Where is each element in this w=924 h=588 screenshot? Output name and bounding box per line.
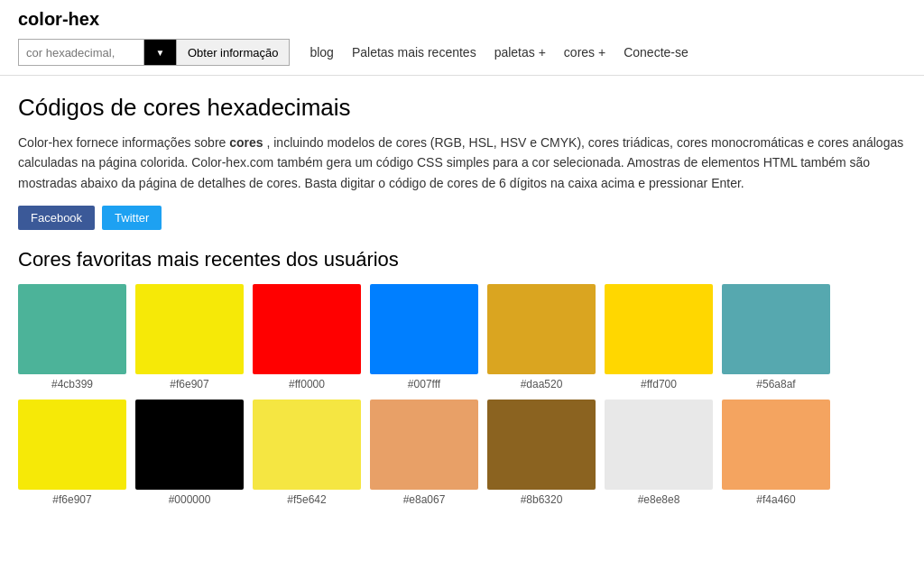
color-label: #56a8af	[756, 378, 795, 390]
color-label: #007fff	[408, 378, 440, 390]
search-input[interactable]	[18, 39, 144, 66]
color-label: #ff0000	[289, 378, 325, 390]
color-item[interactable]: #8b6320	[487, 400, 596, 506]
color-label: #4cb399	[51, 378, 93, 390]
color-swatch	[487, 284, 596, 374]
page-title: Códigos de cores hexadecimais	[18, 94, 906, 122]
color-item[interactable]: #f6e907	[135, 284, 244, 390]
color-swatch	[135, 400, 244, 490]
color-swatch	[18, 284, 126, 374]
header: color-hex ▼ Obter informação blog Paleta…	[0, 0, 924, 76]
color-item[interactable]: #4cb399	[18, 284, 126, 390]
color-swatch	[487, 400, 596, 490]
color-label: #f6e907	[52, 493, 91, 506]
color-swatch	[370, 400, 478, 490]
color-swatch	[722, 400, 830, 490]
nav-cores[interactable]: cores +	[564, 45, 605, 60]
description: Color-hex fornece informações sobre core…	[18, 133, 906, 193]
color-label: #f6e907	[170, 378, 208, 390]
nav-conecte-se[interactable]: Conecte-se	[624, 45, 688, 60]
main-nav: blog Paletas mais recentes paletas + cor…	[310, 45, 688, 60]
color-item[interactable]: #daa520	[487, 284, 596, 390]
color-label: #f5e642	[287, 493, 326, 506]
color-label: #000000	[169, 493, 211, 506]
color-swatch	[370, 284, 478, 374]
nav-blog[interactable]: blog	[310, 45, 333, 60]
desc-part1: Color-hex fornece informações sobre	[18, 135, 229, 150]
nav-paletas[interactable]: paletas +	[494, 45, 546, 60]
color-swatch	[253, 400, 361, 490]
twitter-button[interactable]: Twitter	[102, 206, 162, 230]
search-area: ▼ Obter informação	[18, 39, 290, 66]
dropdown-arrow-icon: ▼	[156, 48, 165, 58]
color-item[interactable]: #000000	[135, 400, 244, 506]
color-label: #8b6320	[521, 493, 563, 506]
color-swatch	[605, 400, 713, 490]
color-label: #f4a460	[756, 493, 795, 506]
color-grid-row1: #4cb399#f6e907#ff0000#007fff#daa520#ffd7…	[18, 284, 906, 390]
color-swatch	[135, 284, 244, 374]
color-item[interactable]: #56a8af	[722, 284, 830, 390]
color-item[interactable]: #007fff	[370, 284, 478, 390]
social-buttons: Facebook Twitter	[18, 206, 906, 230]
color-item[interactable]: #ffd700	[605, 284, 713, 390]
color-grid-row2: #f6e907#000000#f5e642#e8a067#8b6320#e8e8…	[18, 400, 906, 506]
color-swatch	[18, 400, 126, 490]
color-swatch	[605, 284, 713, 374]
facebook-button[interactable]: Facebook	[18, 206, 95, 230]
main-content: Códigos de cores hexadecimais Color-hex …	[0, 76, 924, 533]
favorites-title: Cores favoritas mais recentes dos usuári…	[18, 248, 906, 271]
color-label: #e8e8e8	[638, 493, 680, 506]
color-item[interactable]: #e8e8e8	[605, 400, 713, 506]
color-item[interactable]: #e8a067	[370, 400, 478, 506]
color-swatch	[722, 284, 830, 374]
color-swatch-picker[interactable]: ▼	[144, 39, 177, 66]
color-item[interactable]: #f6e907	[18, 400, 126, 506]
color-item[interactable]: #f5e642	[253, 400, 361, 506]
color-swatch	[253, 284, 361, 374]
color-item[interactable]: #ff0000	[253, 284, 361, 390]
color-label: #e8a067	[403, 493, 446, 506]
logo: color-hex	[18, 9, 906, 30]
color-label: #daa520	[521, 378, 563, 390]
desc-bold: cores	[229, 135, 263, 150]
nav-paletas-recentes[interactable]: Paletas mais recentes	[352, 45, 476, 60]
color-item[interactable]: #f4a460	[722, 400, 830, 506]
color-label: #ffd700	[641, 378, 677, 390]
nav-bar: ▼ Obter informação blog Paletas mais rec…	[18, 39, 906, 66]
search-button[interactable]: Obter informação	[177, 39, 290, 66]
